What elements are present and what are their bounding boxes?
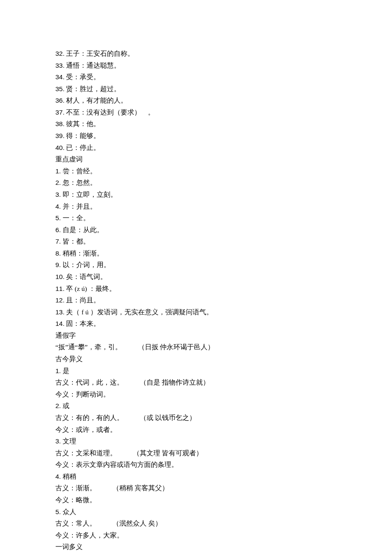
item-number: 9. xyxy=(55,261,61,268)
item-number: 6. xyxy=(55,226,61,233)
list-item: 38. 彼其：他。 xyxy=(55,118,337,130)
item-number: 14. xyxy=(55,320,65,327)
entry-new: 今义：许多人，大家。 xyxy=(55,529,337,541)
item-number: 8. xyxy=(55,250,61,257)
entry-new: 今义：或许，或者。 xyxy=(55,424,337,436)
old-example: （泯然众人 矣） xyxy=(112,518,162,529)
item-number: 2. xyxy=(55,179,61,186)
list-item: 35. 贤：胜过，超过。 xyxy=(55,83,337,95)
item-number: 33. xyxy=(55,62,65,69)
item-text: 即：立即，立刻。 xyxy=(63,191,117,198)
entry-word: 稍稍 xyxy=(63,473,76,480)
item-number: 1. xyxy=(55,167,61,175)
item-number: 10. xyxy=(55,273,65,280)
item-text: 不至：没有达到（要求） 。 xyxy=(66,109,155,116)
item-number: 11. xyxy=(55,285,65,292)
old-meaning: 古义：代词，此，这。 xyxy=(55,377,124,388)
section-heading: 重点虚词 xyxy=(55,153,337,165)
item-text: 得：能够。 xyxy=(66,132,100,139)
section-heading: 一词多义 xyxy=(55,541,337,553)
section-heading: 古今异义 xyxy=(55,353,337,365)
entry-old: 古义：有的，有的人。（或 以钱币乞之） xyxy=(55,412,337,424)
item-text: 且：尚且。 xyxy=(66,296,100,304)
item-text: 并：并且。 xyxy=(63,203,97,210)
item-text: 材人，有才能的人。 xyxy=(66,97,127,104)
item-text: 皆：都。 xyxy=(63,238,90,245)
list-item: 8. 稍稍：渐渐。 xyxy=(55,247,337,259)
list-item: 13. 夫（ f ú ）发语词，无实在意义，强调疑问语气。 xyxy=(55,306,337,318)
entry-word: 文理 xyxy=(63,437,76,445)
item-number: 36. xyxy=(55,97,65,104)
list-item: 4. 并：并且。 xyxy=(55,201,337,213)
entry-old: 古义：代词，此，这。（自是 指物作诗立就） xyxy=(55,377,337,388)
item-number: 32. xyxy=(55,50,65,57)
old-meaning: 古义：渐渐。 xyxy=(55,482,96,494)
list-item: 36. 材人，有才能的人。 xyxy=(55,95,337,106)
old-meaning: 古义：有的，有的人。 xyxy=(55,412,124,424)
item-text: 忽：忽然。 xyxy=(63,179,97,186)
entry-old: 古义：文采和道理。（其文理 皆有可观者） xyxy=(55,447,337,459)
item-text: 尝：曾经。 xyxy=(63,167,97,175)
list-item: 33. 通悟：通达聪慧。 xyxy=(55,60,337,72)
item-number: 35. xyxy=(55,85,65,92)
entry-old: 古义：渐渐。（稍稍 宾客其父） xyxy=(55,482,337,494)
list-item: 32. 王子：王安石的自称。 xyxy=(55,48,337,60)
list-item: 14. 固：本来。 xyxy=(55,318,337,330)
tongjia-line: “扳”通“攀”，牵，引。（日扳 仲永环谒于邑人） xyxy=(55,341,337,353)
item-number: 5. xyxy=(55,214,61,221)
entry-word: 或 xyxy=(63,402,69,409)
list-item: 39. 得：能够。 xyxy=(55,130,337,142)
entry-new: 今义：判断动词。 xyxy=(55,388,337,400)
item-number: 38. xyxy=(55,120,65,127)
old-example: （稍稍 宾客其父） xyxy=(112,482,169,494)
list-item: 10. 矣：语气词。 xyxy=(55,271,337,283)
list-item: 6. 自是：从此。 xyxy=(55,224,337,236)
item-text: 贤：胜过，超过。 xyxy=(66,85,121,92)
old-example: （或 以钱币乞之） xyxy=(140,412,196,424)
list-item: 2. 忽：忽然。 xyxy=(55,177,337,189)
list-item: 40. 已：停止。 xyxy=(55,142,337,154)
old-example: （自是 指物作诗立就） xyxy=(140,377,210,388)
item-text: 已：停止。 xyxy=(66,144,100,151)
item-number: 3. xyxy=(55,437,61,445)
item-number: 5. xyxy=(55,508,61,515)
item-number: 34. xyxy=(55,73,65,81)
item-number: 12. xyxy=(55,296,65,304)
item-text: 自是：从此。 xyxy=(63,226,104,233)
entry-word: 众人 xyxy=(63,508,76,515)
item-text: 矣：语气词。 xyxy=(66,273,107,280)
item-number: 1. xyxy=(55,367,61,374)
list-item: 5. 一：全。 xyxy=(55,212,337,224)
item-number: 4. xyxy=(55,203,61,210)
item-text: 稍稍：渐渐。 xyxy=(63,250,104,257)
list-item: 7. 皆：都。 xyxy=(55,236,337,247)
entry-head: 4. 稍稍 xyxy=(55,471,337,483)
item-number: 13. xyxy=(55,308,65,316)
tongjia-def: “扳”通“攀”，牵，引。 xyxy=(55,341,122,353)
entry-head: 5. 众人 xyxy=(55,506,337,518)
item-number: 2. xyxy=(55,402,61,409)
list-item: 11. 卒 (z ú) ：最终。 xyxy=(55,283,337,295)
list-item: 12. 且：尚且。 xyxy=(55,294,337,306)
list-item: 9. 以：介词，用。 xyxy=(55,259,337,271)
item-text: 一：全。 xyxy=(63,214,90,221)
item-number: 7. xyxy=(55,238,61,245)
old-meaning: 古义：文采和道理。 xyxy=(55,447,117,459)
list-item: 37. 不至：没有达到（要求） 。 xyxy=(55,106,337,118)
item-text: 通悟：通达聪慧。 xyxy=(66,62,121,69)
entry-word: 是 xyxy=(63,367,69,374)
entry-head: 1. 是 xyxy=(55,365,337,377)
tongjia-example: （日扳 仲永环谒于邑人） xyxy=(138,341,215,353)
item-text: 夫（ f ú ）发语词，无实在意义，强调疑问语气。 xyxy=(66,308,213,316)
document-page: 32. 王子：王安石的自称。 33. 通悟：通达聪慧。 34. 受：承受。 35… xyxy=(0,0,392,555)
item-number: 4. xyxy=(55,473,61,480)
section-heading: 通假字 xyxy=(55,330,337,342)
item-text: 受：承受。 xyxy=(66,73,100,81)
item-text: 固：本来。 xyxy=(66,320,100,327)
item-text: 卒 (z ú) ：最终。 xyxy=(66,285,116,292)
item-text: 以：介词，用。 xyxy=(63,261,110,268)
old-example: （其文理 皆有可观者） xyxy=(133,447,203,459)
entry-new: 今义：表示文章内容或语句方面的条理。 xyxy=(55,459,337,471)
entry-head: 3. 文理 xyxy=(55,435,337,447)
entry-old: 古义：常人。（泯然众人 矣） xyxy=(55,518,337,529)
